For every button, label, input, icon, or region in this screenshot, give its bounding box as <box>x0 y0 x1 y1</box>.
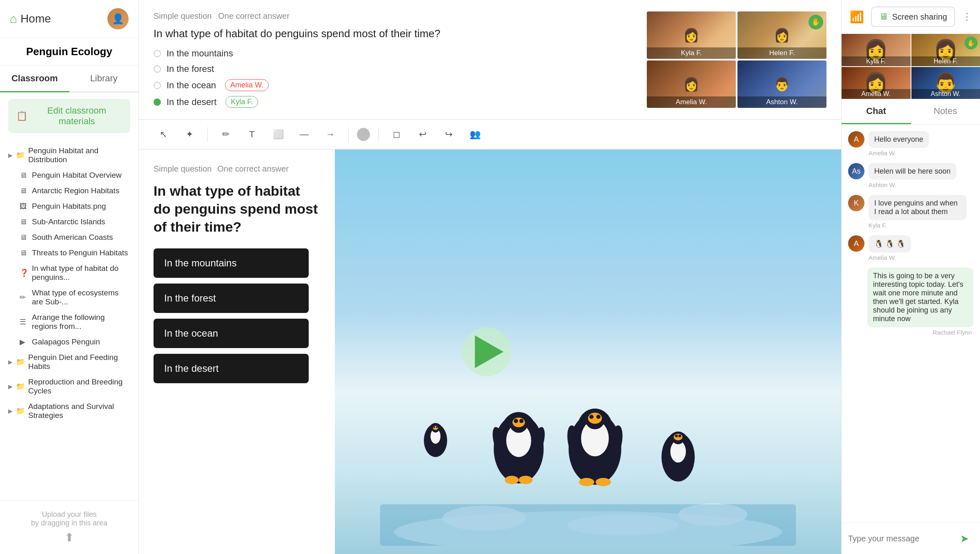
chat-input[interactable] <box>848 534 951 543</box>
svg-point-7 <box>436 426 438 428</box>
chat-msg-row-3: K I love penguins and when I read a lot … <box>848 195 973 220</box>
chat-msg-5: This is going to be a very interesting t… <box>848 268 973 336</box>
avatar-kyla: K <box>848 195 864 211</box>
svg-point-17 <box>505 476 519 484</box>
item-label: Threats to Penguin Habitats <box>32 248 128 257</box>
edit-icon: 📋 <box>16 111 27 121</box>
svg-point-14 <box>519 419 523 423</box>
monitor-icon: 🖥 <box>20 218 29 226</box>
screen-sharing-button[interactable]: 🖥 Screen sharing <box>871 7 956 27</box>
text-tool[interactable]: T <box>242 125 262 144</box>
radio-forest[interactable] <box>154 65 161 73</box>
answer-type: One correct answer <box>218 11 290 21</box>
slide-image-area <box>335 150 841 554</box>
play-triangle-icon <box>475 335 503 368</box>
answer-option-mountains[interactable]: In the mountains <box>154 48 630 59</box>
tree-folder-adaptations[interactable]: ▶ 📁 Adaptations and Survival Strategies <box>0 399 138 423</box>
upload-area[interactable]: Upload your filesby dragging in this are… <box>0 500 138 554</box>
tab-notes[interactable]: Notes <box>911 99 980 124</box>
tree-item-threats[interactable]: 🖥 Threats to Penguin Habitats <box>0 245 138 261</box>
line-tool[interactable]: — <box>294 125 314 144</box>
edit-materials-button[interactable]: 📋 Edit classroom materials <box>8 99 130 133</box>
radio-mountains[interactable] <box>154 50 161 57</box>
tree-item-subantarctic[interactable]: 🖥 Sub-Antarctic Islands <box>0 214 138 230</box>
arrow-tool[interactable]: → <box>321 125 340 144</box>
tree-folder-habitat[interactable]: ▶ 📁 Penguin Habitat and Distribution <box>0 143 138 168</box>
tree-item-galapagos[interactable]: ▶ Galapagos Penguin <box>0 334 138 350</box>
wifi-icon: 📶 <box>850 10 864 24</box>
penguin-background <box>335 150 841 554</box>
slide-answers: In the mountains In the forest In the oc… <box>154 248 320 383</box>
avatar-amelia-2: A <box>848 235 864 252</box>
tree-item-overview[interactable]: 🖥 Penguin Habitat Overview <box>0 168 138 183</box>
hand-icon: ✋ <box>964 36 978 49</box>
avatar[interactable]: 👤 <box>107 8 129 29</box>
question-icon: ❓ <box>20 268 29 277</box>
answer-option-ocean[interactable]: In the ocean Amelia W. <box>154 79 630 91</box>
slide-answer-ocean[interactable]: In the ocean <box>154 319 309 348</box>
folder-icon: 📁 <box>16 407 25 416</box>
item-label: Sub-Antarctic Islands <box>32 217 105 226</box>
main-content: Simple question One correct answer In wh… <box>139 0 841 554</box>
cursor-tool[interactable]: ↖ <box>154 125 173 144</box>
rectangle-tool[interactable]: ⬜ <box>268 125 288 144</box>
slide-answer-forest[interactable]: In the forest <box>154 284 309 313</box>
item-label: South American Coasts <box>32 233 113 242</box>
slide-answer-desert[interactable]: In the desert <box>154 354 309 383</box>
item-label: What type of ecosystems are Sub-... <box>32 288 130 306</box>
pencil-tool[interactable]: ✏ <box>216 125 236 144</box>
tab-library[interactable]: Library <box>69 66 139 92</box>
sidebar-header: ⌂ Home 👤 <box>0 0 138 38</box>
tree-item-arrange[interactable]: ☰ Arrange the following regions from... <box>0 310 138 334</box>
edit-label: Edit classroom materials <box>31 105 122 127</box>
send-button[interactable]: ➤ <box>956 529 973 547</box>
item-label: Antarctic Region Habitats <box>32 186 119 195</box>
chevron-right-icon: ▶ <box>8 359 13 365</box>
tab-classroom[interactable]: Classroom <box>0 66 69 92</box>
slide-area: Simple question One correct answer In wh… <box>139 150 841 554</box>
more-options-icon[interactable]: ⋮ <box>962 11 972 22</box>
tree-item-antarctic[interactable]: 🖥 Antarctic Region Habitats <box>0 183 138 199</box>
sidebar-tree: ▶ 📁 Penguin Habitat and Distribution 🖥 P… <box>0 140 138 500</box>
group-tool[interactable]: 👥 <box>465 125 485 144</box>
image-icon: 🖼 <box>20 202 29 211</box>
upload-icon: ⬆ <box>10 531 129 544</box>
tree-folder-reproduction[interactable]: ▶ 📁 Reproduction and Breeding Cycles <box>0 374 138 399</box>
radio-ocean[interactable] <box>154 82 161 89</box>
color-picker[interactable] <box>357 128 370 141</box>
bubble-4: 🐧 🐧 🐧 <box>869 235 911 252</box>
magic-tool[interactable]: ✦ <box>180 125 199 144</box>
folder-label: Reproduction and Breeding Cycles <box>28 378 130 395</box>
svg-point-18 <box>519 476 532 484</box>
video-cell-kyla: 👩 Kyla F. <box>647 11 736 59</box>
monitor-icon: 🖥 <box>20 187 29 195</box>
undo-tool[interactable]: ↩ <box>413 125 432 144</box>
redo-tool[interactable]: ↪ <box>439 125 459 144</box>
home-label: Home <box>20 12 51 25</box>
tree-item-ecosystems[interactable]: ✏ What type of ecosystems are Sub-... <box>0 285 138 310</box>
right-video-ashton: 👨 Ashton W. <box>911 67 980 99</box>
answer-option-desert[interactable]: In the desert Kyla F. <box>154 96 630 108</box>
answer-label: In the mountains <box>167 48 233 59</box>
svg-point-29 <box>596 478 611 486</box>
slide-answer-type: One correct answer <box>217 164 289 174</box>
tree-folder-diet[interactable]: ▶ 📁 Penguin Diet and Feeding Habits <box>0 350 138 374</box>
chat-msg-3: K I love penguins and when I read a lot … <box>848 195 973 229</box>
item-label: Penguin Habitat Overview <box>32 171 122 180</box>
answer-option-forest[interactable]: In the forest <box>154 64 630 74</box>
slide-content: Simple question One correct answer In wh… <box>139 150 841 554</box>
eraser-tool[interactable]: ◻ <box>387 125 406 144</box>
tab-chat[interactable]: Chat <box>842 99 911 124</box>
play-icon: ▶ <box>20 337 29 346</box>
question-left: Simple question One correct answer In wh… <box>154 11 630 108</box>
tree-item-south[interactable]: 🖥 South American Coasts <box>0 230 138 245</box>
play-overlay[interactable] <box>462 327 511 376</box>
chevron-right-icon: ▶ <box>8 383 13 390</box>
folder-icon: 📁 <box>16 357 25 366</box>
slide-answer-mountains[interactable]: In the mountains <box>154 248 309 278</box>
tree-item-png[interactable]: 🖼 Penguin Habitats.png <box>0 199 138 214</box>
tree-item-question1[interactable]: ❓ In what type of habitat do penguins... <box>0 261 138 285</box>
chat-input-area: ➤ <box>842 523 980 554</box>
home-nav[interactable]: ⌂ Home <box>10 12 51 26</box>
radio-desert[interactable] <box>154 98 161 106</box>
